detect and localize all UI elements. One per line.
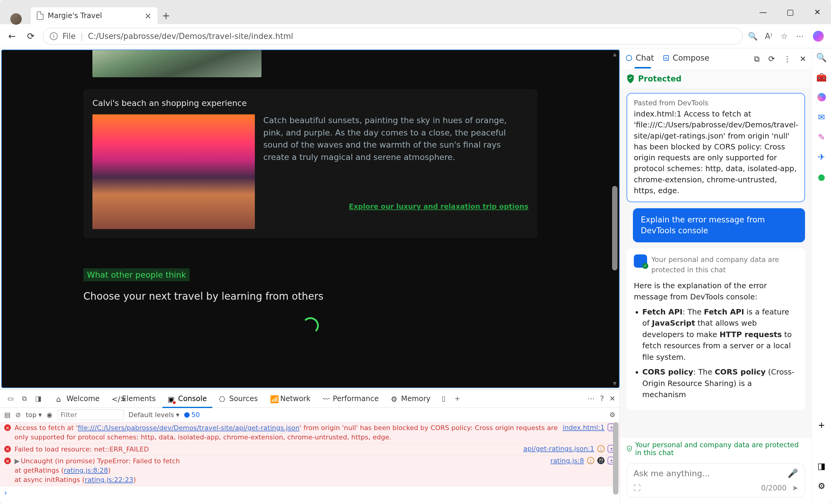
tab-welcome[interactable]: ⌂Welcome [51, 390, 105, 408]
tab-compose[interactable]: Compose [662, 53, 709, 65]
address-path: C:/Users/pabrosse/dev/Demos/travel-site/… [88, 32, 293, 41]
paste-hint: Pasted from DevTools [634, 99, 798, 107]
home-icon: ⌂ [56, 395, 63, 402]
open-link-icon[interactable]: ⧉ [754, 54, 760, 64]
tab-chat[interactable]: Chat [625, 53, 654, 65]
source-link[interactable]: rating.js:8:28 [64, 467, 108, 474]
tab-elements[interactable]: </>Elements [106, 390, 161, 408]
settings-icon[interactable]: ⚙ [816, 480, 827, 491]
close-window-button[interactable]: ✕ [804, 0, 831, 24]
explore-link[interactable]: Explore our luxury and relaxation trip o… [263, 203, 528, 210]
console-settings-icon[interactable]: ⚙ [609, 411, 615, 419]
devtools-more-icon[interactable]: ⋯ [587, 394, 595, 403]
tab-console[interactable]: ▣Console [163, 390, 212, 408]
edge-sidebar: 🔍 🧰 ✉ ✎ ✈ ● + ◨ ⚙ [812, 48, 831, 504]
mic-icon[interactable]: 🎤 [787, 468, 798, 478]
read-aloud-icon[interactable]: A⁾ [764, 32, 773, 41]
close-sidebar-icon[interactable]: ✕ [800, 54, 806, 64]
copilot-swirl-icon[interactable] [816, 92, 827, 102]
error-icon: × [4, 446, 11, 452]
titlebar: Margie's Travel × + — ▢ ✕ [0, 0, 831, 24]
more-options-icon[interactable]: ⋮ [783, 54, 791, 64]
refresh-chat-icon[interactable]: ⟳ [768, 54, 775, 64]
console-error-row: × Failed to load resource: net::ERR_FAIL… [0, 444, 620, 456]
sidebar-toggle-icon[interactable]: ◨ [816, 461, 827, 471]
minimize-button[interactable]: — [749, 0, 777, 24]
source-link[interactable]: rating.js:8 [550, 457, 584, 465]
add-app-icon[interactable]: + [816, 419, 827, 431]
clear-console-icon[interactable]: ⊘ [16, 411, 21, 419]
chat-input-field[interactable] [633, 469, 787, 478]
console-prompt[interactable]: › [0, 486, 620, 500]
scroll-down-arrow[interactable]: ▼ [613, 381, 617, 386]
chat-input[interactable]: 🎤 ⛶ 0/2000 ➤ [627, 463, 805, 497]
browser-tab[interactable]: Margie's Travel × [31, 7, 157, 24]
scan-icon[interactable]: ⛶ [633, 484, 641, 492]
more-tabs-button[interactable]: + [451, 392, 464, 405]
maximize-button[interactable]: ▢ [777, 0, 804, 24]
inspect-button[interactable]: ▭ [4, 392, 17, 405]
tab-title: Margie's Travel [48, 11, 102, 20]
devtools-help-icon[interactable]: ? [600, 394, 604, 403]
tab-memory[interactable]: ⚙Memory [385, 390, 436, 408]
site-info-icon[interactable]: i [50, 32, 58, 40]
source-link[interactable]: index.html:1 [563, 424, 604, 431]
outlook-icon[interactable]: ✉ [816, 112, 827, 122]
tab-network[interactable]: 📶Network [264, 390, 316, 408]
scroll-up-arrow[interactable]: ▲ [613, 51, 617, 57]
log-url-link[interactable]: file:///C:/Users/pabrosse/dev/Demos/trav… [78, 424, 299, 432]
copilot-tabs: Chat Compose ⧉ ⟳ ⋮ ✕ [620, 48, 812, 70]
console-scroll-thumb[interactable] [613, 422, 619, 495]
svg-point-0 [626, 55, 632, 61]
page-viewport: Calvi's beach an shopping experience Cat… [1, 50, 620, 388]
console-error-row: × ▶Uncaught (in promise) TypeError: Fail… [0, 455, 620, 486]
chat-icon [625, 54, 633, 62]
issues-badge[interactable]: 50 [184, 411, 200, 419]
source-link[interactable]: rating.js:22:23 [85, 476, 134, 483]
back-button[interactable]: ← [5, 30, 19, 43]
send-app-icon[interactable]: ✈ [816, 151, 827, 162]
issue-icon[interactable]: ! [597, 445, 604, 452]
ai-response-bubble: Your personal and company data are prote… [627, 248, 805, 410]
device-toggle-button[interactable]: ⧉ [18, 392, 31, 405]
new-tab-button[interactable]: + [157, 7, 175, 24]
search-icon[interactable]: 🔍 [816, 52, 827, 63]
tab-performance[interactable]: 〰Performance [317, 390, 384, 408]
spotify-icon[interactable]: ● [816, 171, 827, 182]
copilot-button[interactable] [811, 29, 826, 43]
live-expression-icon[interactable]: ◉ [47, 411, 52, 419]
activity-bar-button[interactable]: ▯ [437, 392, 450, 405]
devtools-close-icon[interactable]: ✕ [609, 394, 615, 403]
sunset-image [92, 114, 255, 229]
console-scrollbar[interactable] [612, 422, 620, 504]
favorite-icon[interactable]: ☆ [780, 32, 789, 41]
expand-caret[interactable]: ▶ [15, 457, 20, 465]
page-icon [37, 11, 44, 20]
context-dropdown[interactable]: top ▾ [26, 411, 42, 419]
address-bar[interactable]: i File | C:/Users/pabrosse/dev/Demos/tra… [43, 28, 743, 45]
card-title: Calvi's beach an shopping experience [92, 98, 528, 108]
issue-icon[interactable]: ! [587, 457, 594, 464]
dock-button[interactable]: ◨ [32, 392, 45, 405]
refresh-button[interactable]: ⟳ [24, 30, 37, 43]
more-icon[interactable]: ⋯ [795, 32, 804, 41]
console-error-row: × Access to fetch at 'file:///C:/Users/p… [0, 422, 620, 444]
scroll-thumb[interactable] [612, 186, 618, 270]
tools-icon[interactable]: 🧰 [816, 72, 827, 83]
paste-text: index.html:1 Access to fetch at 'file://… [634, 109, 798, 196]
copilot-icon [813, 31, 824, 42]
source-link[interactable]: api/get-ratings.json:1 [523, 445, 594, 452]
info-icon[interactable]: ⁇ [597, 457, 604, 464]
filter-input[interactable] [57, 410, 124, 420]
error-indicator [172, 401, 176, 405]
zoom-icon[interactable]: 🔍 [748, 32, 757, 41]
close-tab-icon[interactable]: × [145, 11, 151, 21]
send-icon[interactable]: ➤ [792, 484, 798, 492]
levels-dropdown[interactable]: Default levels ▾ [128, 411, 179, 419]
tab-sources[interactable]: ⎔Sources [213, 390, 263, 408]
page-scrollbar[interactable]: ▲ ▼ [610, 50, 619, 387]
designer-icon[interactable]: ✎ [816, 131, 827, 143]
char-counter: 0/2000 [761, 484, 786, 492]
profile-avatar[interactable] [10, 13, 22, 25]
sidebar-toggle-icon[interactable]: ▤ [4, 411, 10, 419]
